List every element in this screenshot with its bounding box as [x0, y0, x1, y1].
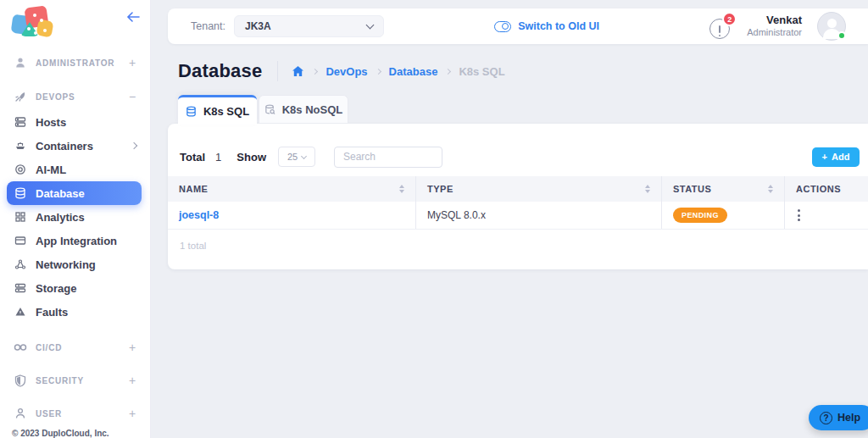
column-header-type[interactable]: TYPE [415, 176, 661, 202]
plus-icon: + [822, 152, 827, 162]
tenant-value: JK3A [245, 20, 271, 32]
server-icon [14, 116, 27, 128]
nav-label: App Integration [36, 235, 117, 247]
grid-icon [14, 211, 27, 223]
total-label: Total [180, 151, 205, 164]
notification-badge: 2 [722, 12, 737, 26]
nav-label: Networking [36, 258, 96, 271]
nav-label: Storage [36, 282, 76, 295]
add-button[interactable]: + Add [812, 147, 860, 167]
section-toggle-icon[interactable]: + [129, 407, 136, 420]
sidebar-collapse-icon[interactable] [126, 12, 140, 22]
nav-label: Faults [36, 306, 68, 319]
add-button-label: Add [832, 152, 849, 162]
column-header-name[interactable]: NAME [168, 176, 415, 202]
rocket-icon [14, 91, 27, 103]
infinity-icon [14, 343, 27, 352]
database-table: NAME TYPE STATUS ACTIONS joesql-8 MySQL … [168, 176, 868, 262]
section-label: SECURITY [36, 376, 84, 385]
section-label: USER [36, 409, 62, 419]
tenant-label: Tenant: [191, 20, 225, 32]
switch-link-label: Switch to Old UI [518, 20, 599, 32]
sort-icon[interactable] [768, 185, 773, 193]
section-toggle-icon[interactable]: − [129, 90, 136, 103]
shield-icon [14, 374, 27, 387]
column-header-status[interactable]: STATUS [661, 176, 784, 202]
total-value: 1 [215, 151, 221, 164]
section-label: CI/CD [36, 343, 62, 352]
sidebar-item-storage[interactable]: Storage [0, 276, 150, 300]
tab-k8s-sql[interactable]: K8s SQL [178, 95, 257, 125]
column-label: ACTIONS [796, 184, 841, 194]
help-button[interactable]: ? Help [809, 405, 868, 430]
chevron-right-icon [312, 69, 318, 75]
toggle-icon [494, 21, 511, 32]
chevron-right-icon [445, 69, 451, 75]
nav-label: Database [36, 187, 85, 200]
tenant-select[interactable]: JK3A [234, 15, 384, 37]
column-label: TYPE [427, 184, 453, 194]
user-role: Administrator [747, 27, 802, 39]
page-size-select[interactable]: 25 [278, 147, 315, 167]
sort-icon[interactable] [645, 185, 650, 193]
help-button-label: Help [837, 412, 860, 424]
search-input[interactable] [334, 147, 442, 168]
warning-icon [14, 306, 27, 318]
sidebar-section-administrator[interactable]: ADMINISTRATOR + [0, 51, 150, 75]
devops-nav: Hosts Containers AI-ML Database Analy [0, 110, 150, 324]
sidebar: ADMINISTRATOR + DEVOPS − Hosts Container… [0, 0, 151, 438]
ship-icon [14, 140, 27, 152]
breadcrumb-devops[interactable]: DevOps [326, 65, 367, 78]
breadcrumb-database[interactable]: Database [389, 65, 438, 78]
section-toggle-icon[interactable]: + [129, 374, 136, 387]
breadcrumb-current: K8s SQL [459, 65, 504, 78]
target-icon [14, 164, 27, 175]
notifications-button[interactable]: 2 [709, 15, 732, 37]
section-toggle-icon[interactable]: + [129, 56, 136, 69]
sidebar-item-faults[interactable]: Faults [0, 300, 150, 324]
nav-label: Containers [36, 140, 93, 152]
section-label: DEVOPS [36, 92, 75, 102]
user-name: Venkat [747, 14, 802, 27]
person-icon [14, 408, 27, 419]
column-label: NAME [179, 184, 208, 194]
database-search-icon [264, 104, 275, 115]
table-controls: Total 1 Show 25 + Add [180, 144, 860, 169]
sidebar-item-hosts[interactable]: Hosts [0, 110, 150, 134]
page-title: Database [178, 60, 262, 82]
sidebar-section-security[interactable]: SECURITY + [0, 369, 150, 392]
database-name-link[interactable]: joesql-8 [179, 209, 219, 221]
database-list-card: Total 1 Show 25 + Add NAME TYPE STATUS [168, 124, 868, 269]
database-icon [14, 187, 27, 199]
tab-k8s-nosql[interactable]: K8s NoSQL [259, 95, 348, 123]
sidebar-item-networking[interactable]: Networking [0, 252, 150, 276]
chevron-right-icon [376, 69, 381, 75]
avatar[interactable] [817, 12, 846, 41]
sort-icon[interactable] [399, 185, 404, 193]
row-actions-kebab-icon[interactable] [796, 206, 802, 225]
chevron-right-icon [131, 142, 137, 149]
section-toggle-icon[interactable]: + [129, 341, 136, 354]
sidebar-item-database[interactable]: Database [7, 181, 142, 205]
topbar: Tenant: JK3A Switch to Old UI 2 Venkat A… [168, 8, 868, 44]
database-icon [186, 106, 197, 117]
home-icon[interactable] [292, 65, 304, 77]
table-footer-total: 1 total [168, 230, 868, 262]
sidebar-section-devops[interactable]: DEVOPS − [0, 85, 150, 108]
sidebar-item-analytics[interactable]: Analytics [0, 205, 150, 229]
column-label: STATUS [673, 184, 711, 194]
switch-to-old-ui-link[interactable]: Switch to Old UI [494, 20, 599, 32]
table-header-row: NAME TYPE STATUS ACTIONS [168, 176, 868, 202]
show-label: Show [236, 151, 266, 164]
sidebar-item-app-integration[interactable]: App Integration [0, 229, 150, 252]
question-icon: ? [820, 412, 832, 424]
sidebar-item-containers[interactable]: Containers [0, 134, 150, 158]
page-size-value: 25 [287, 152, 298, 162]
status-badge: PENDING [673, 208, 727, 223]
tab-label: K8s SQL [203, 105, 249, 118]
page-header: Database DevOps Database K8s SQL [178, 58, 505, 85]
breadcrumb: DevOps Database K8s SQL [292, 65, 504, 78]
sidebar-section-cicd[interactable]: CI/CD + [0, 335, 150, 359]
sidebar-section-user[interactable]: USER + [0, 402, 150, 425]
sidebar-item-ai-ml[interactable]: AI-ML [0, 158, 150, 181]
